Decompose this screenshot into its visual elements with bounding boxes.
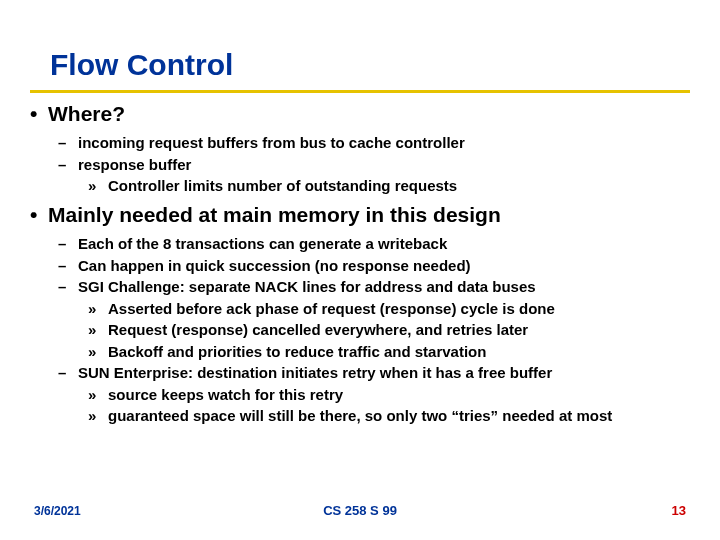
bullet-list: Where? incoming request buffers from bus… <box>30 101 690 426</box>
slide-title: Flow Control <box>50 48 690 82</box>
bullet-lvl2: response buffer <box>58 155 690 175</box>
footer-course: CS 258 S 99 <box>323 503 397 518</box>
footer-date: 3/6/2021 <box>34 504 81 518</box>
footer: 3/6/2021 CS 258 S 99 13 <box>0 503 720 518</box>
bullet-lvl2: SGI Challenge: separate NACK lines for a… <box>58 277 690 297</box>
page-number: 13 <box>672 503 686 518</box>
bullet-lvl3: Controller limits number of outstanding … <box>88 176 690 196</box>
bullet-lvl3: source keeps watch for this retry <box>88 385 690 405</box>
bullet-lvl3: Asserted before ack phase of request (re… <box>88 299 690 319</box>
bullet-lvl2: Can happen in quick succession (no respo… <box>58 256 690 276</box>
bullet-lvl2: Each of the 8 transactions can generate … <box>58 234 690 254</box>
slide: Flow Control Where? incoming request buf… <box>0 0 720 540</box>
bullet-lvl2: SUN Enterprise: destination initiates re… <box>58 363 690 383</box>
bullet-lvl3: Request (response) cancelled everywhere,… <box>88 320 690 340</box>
bullet-lvl3: guaranteed space will still be there, so… <box>88 406 690 426</box>
bullet-lvl2: incoming request buffers from bus to cac… <box>58 133 690 153</box>
bullet-lvl1: Where? <box>30 101 690 127</box>
bullet-lvl3: Backoff and priorities to reduce traffic… <box>88 342 690 362</box>
bullet-lvl1: Mainly needed at main memory in this des… <box>30 202 690 228</box>
title-underline <box>30 90 690 93</box>
